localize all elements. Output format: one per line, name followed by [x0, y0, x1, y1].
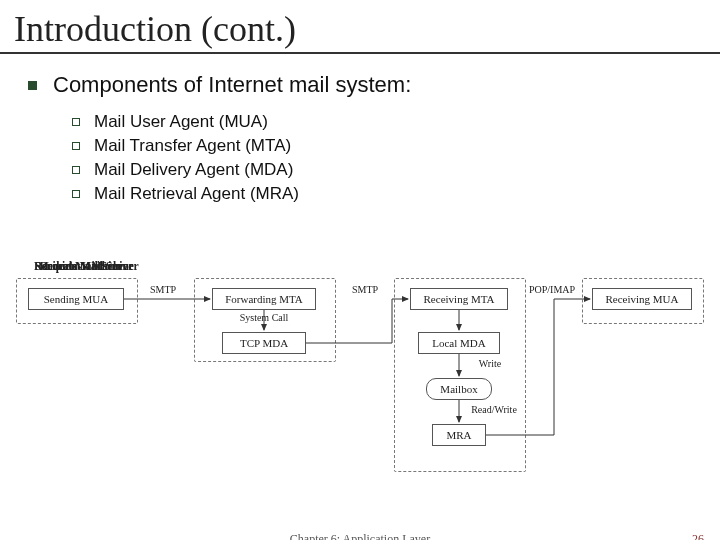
- bullet-level2: Mail Delivery Agent (MDA): [0, 160, 720, 180]
- title-underline: [0, 52, 720, 54]
- bullet-level2: Mail User Agent (MUA): [0, 112, 720, 132]
- mail-flow-diagram: Sender's Machine Local Mail Server Remot…: [14, 260, 706, 480]
- page-number: 26: [692, 532, 704, 540]
- box-bullet-icon: [72, 190, 80, 198]
- lvl2-text: Mail Retrieval Agent (MRA): [94, 184, 299, 204]
- lvl2-text: Mail User Agent (MUA): [94, 112, 268, 132]
- box-bullet-icon: [72, 142, 80, 150]
- footer-center: Chapter 6: Application Layer: [0, 532, 720, 540]
- bullet-level1: Components of Internet mail system:: [0, 72, 720, 98]
- lvl2-text: Mail Delivery Agent (MDA): [94, 160, 293, 180]
- box-bullet-icon: [72, 118, 80, 126]
- box-bullet-icon: [72, 166, 80, 174]
- square-bullet-icon: [28, 81, 37, 90]
- diagram-arrows: [14, 260, 706, 480]
- slide-body: Components of Internet mail system: Mail…: [0, 72, 720, 204]
- bullet-level2: Mail Retrieval Agent (MRA): [0, 184, 720, 204]
- lvl2-text: Mail Transfer Agent (MTA): [94, 136, 291, 156]
- lvl1-text: Components of Internet mail system:: [53, 72, 411, 98]
- slide-title: Introduction (cont.): [0, 0, 720, 52]
- bullet-level2: Mail Transfer Agent (MTA): [0, 136, 720, 156]
